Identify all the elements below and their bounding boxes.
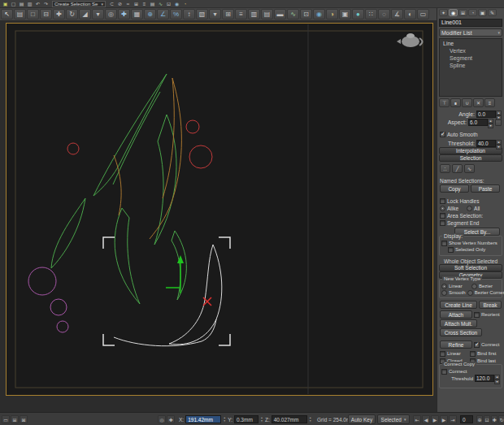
show-vertex-numbers-checkbox[interactable] — [441, 241, 447, 246]
select-and-scale-icon[interactable]: ◢ — [79, 9, 91, 20]
stack-row[interactable]: Vertex — [440, 47, 502, 54]
zoom-extents-icon[interactable]: ⊡ — [484, 415, 490, 423]
threshold-spinner[interactable]: 40.0 ▴▾ — [476, 140, 502, 147]
rollout-selection[interactable]: Selection — [439, 154, 502, 162]
save-file-icon[interactable]: ▥ — [26, 1, 33, 7]
attach-button[interactable]: Attach — [440, 310, 472, 319]
layer-manager-icon[interactable]: ▤ — [149, 1, 156, 7]
mirror-icon[interactable]: ⊞ — [133, 1, 140, 7]
schematic-view-icon[interactable]: ⊡ — [165, 1, 172, 7]
tab-modify[interactable]: ◉ — [449, 9, 458, 16]
undo-icon[interactable]: ↶ — [34, 1, 41, 7]
linear-checkbox[interactable] — [440, 351, 445, 357]
snap-toggle-icon[interactable]: ⊕ — [144, 9, 156, 20]
play-animation-icon[interactable]: ▶ — [431, 415, 439, 423]
auto-smooth-checkbox[interactable] — [440, 132, 445, 137]
bind-to-spacewarp-icon[interactable]: ≈ — [124, 1, 132, 7]
move-gizmo[interactable] — [166, 255, 211, 306]
spline-flame-orange-3[interactable] — [114, 155, 121, 215]
auto-key-button[interactable]: Auto Key — [348, 414, 376, 424]
y-coordinate-field[interactable]: 0.3mm — [234, 415, 259, 423]
open-file-icon[interactable]: ▤ — [18, 1, 25, 7]
select-and-move-icon[interactable]: ✚ — [53, 9, 65, 20]
x-spinner[interactable]: ▲▼ — [223, 416, 226, 423]
new-scene-icon[interactable]: ▢ — [10, 1, 17, 7]
keyboard-override-icon[interactable]: ▦ — [131, 9, 143, 20]
stack-row[interactable]: Line — [440, 40, 502, 47]
next-frame-icon[interactable]: ▶ — [440, 415, 448, 423]
paste-button[interactable]: Paste — [471, 184, 500, 193]
reorient-checkbox[interactable] — [474, 312, 480, 318]
select-and-rotate-icon[interactable]: ↻ — [66, 9, 78, 20]
orbit-icon[interactable]: ↻ — [498, 415, 504, 423]
array-icon[interactable]: ∷ — [365, 9, 377, 20]
tab-display[interactable]: ▣ — [478, 9, 487, 16]
attach-mult-button[interactable]: Attach Mult. — [440, 319, 477, 327]
spline-flame-white-base[interactable] — [114, 319, 216, 346]
spline-flame-green-5[interactable] — [172, 231, 186, 300]
pin-stack-icon[interactable]: ⊤ — [439, 98, 450, 107]
spline-circle-red-1[interactable] — [186, 120, 199, 133]
segment-end-checkbox[interactable] — [440, 220, 445, 226]
select-object-icon[interactable]: ↖ — [1, 9, 13, 20]
aspect-spinner[interactable]: 6.0 ▴▾ — [468, 119, 493, 126]
z-spinner[interactable]: ▲▼ — [309, 416, 312, 423]
window-crossing-icon[interactable]: ⊟ — [40, 9, 52, 20]
layer-explorer-icon[interactable]: ▤ — [261, 9, 273, 20]
render-setup-icon[interactable]: ◔ — [181, 1, 189, 7]
current-frame-field[interactable]: 0 — [460, 415, 473, 423]
cross-section-button[interactable]: Cross Section — [440, 328, 482, 336]
redo-icon[interactable]: ↷ — [42, 1, 50, 7]
tab-utilities[interactable]: ✎ — [488, 9, 497, 16]
bezier-radio[interactable] — [471, 284, 477, 289]
tab-create[interactable]: ✦ — [439, 9, 448, 16]
segment-level-button[interactable]: ╱ — [452, 164, 463, 173]
create-line-button[interactable]: Create Line — [440, 301, 477, 309]
selection-lock-icon[interactable]: ⊠ — [20, 415, 28, 423]
select-and-link-icon[interactable]: ⊂ — [108, 1, 115, 7]
bind-first-checkbox[interactable] — [470, 351, 476, 357]
spline-flame-white-selected[interactable] — [169, 245, 222, 345]
spline-circle-red-2[interactable] — [189, 145, 212, 168]
spline-circle-purple-2[interactable] — [50, 299, 67, 315]
remove-modifier-icon[interactable]: ✕ — [473, 98, 484, 107]
object-name-field[interactable]: Line001 — [439, 19, 502, 27]
alike-radio[interactable] — [440, 206, 445, 211]
viewport-canvas[interactable] — [7, 24, 432, 395]
status-panel-icon[interactable]: ⊞ — [11, 415, 19, 423]
curve-editor-icon[interactable]: ∿ — [157, 1, 164, 7]
percent-snap-icon[interactable]: % — [170, 9, 182, 20]
named-selection-sets-combo[interactable]: Create Selection Se ▾ — [52, 1, 106, 7]
unlink-selection-icon[interactable]: ⊘ — [116, 1, 124, 7]
z-coordinate-field[interactable]: 40.027mm — [272, 415, 307, 423]
transform-typein-icon[interactable]: ✚ — [167, 415, 175, 423]
edit-named-selections-icon[interactable]: ▧ — [196, 9, 208, 20]
selected-only-checkbox[interactable] — [448, 247, 454, 253]
configure-modifier-sets-icon[interactable]: ≡ — [484, 98, 495, 107]
mirror-icon[interactable]: ⊞ — [222, 9, 234, 20]
copy-button[interactable]: Copy — [440, 184, 469, 193]
pan-icon[interactable]: ✚ — [491, 415, 497, 423]
application-menu-icon[interactable]: ▣ — [2, 1, 9, 7]
rendered-frame-icon[interactable]: ▣ — [339, 9, 351, 20]
align-icon[interactable]: ≡ — [235, 9, 247, 20]
stack-row[interactable]: Spline — [440, 62, 502, 69]
named-selection-dropdown[interactable]: ▾ — [209, 9, 221, 20]
spline-flame-green-3[interactable] — [115, 208, 140, 304]
material-editor-icon[interactable]: ◉ — [313, 9, 325, 20]
spline-level-button[interactable]: ∿ — [464, 164, 475, 173]
measure-icon[interactable]: ∡ — [391, 9, 403, 20]
previous-frame-icon[interactable]: ◀ — [422, 415, 430, 423]
curve-editor-icon[interactable]: ∿ — [287, 9, 299, 20]
break-button[interactable]: Break — [479, 301, 502, 309]
tab-motion[interactable]: ◔ — [468, 9, 477, 16]
ribbon-toggle-icon[interactable]: ▬ — [274, 9, 286, 20]
spline-circle-red-3[interactable] — [67, 143, 79, 154]
spline-flame-orange-2[interactable] — [163, 78, 174, 198]
light-icon[interactable]: ◐ — [404, 9, 416, 20]
key-filter-dropdown[interactable]: Selected ▾ — [377, 414, 410, 424]
spline-circle-purple-1[interactable] — [28, 267, 56, 295]
spline-flame-green-vein[interactable] — [113, 92, 160, 184]
refine-button[interactable]: Refine — [440, 340, 472, 349]
angle-snap-icon[interactable]: ∠ — [157, 9, 169, 20]
